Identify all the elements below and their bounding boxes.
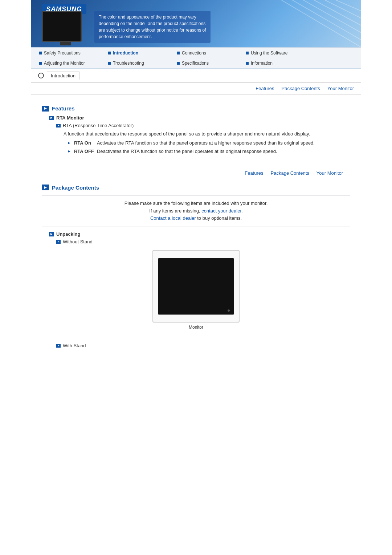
arrow-right-icon: ► (67, 140, 71, 146)
tab-package-contents-2[interactable]: Package Contents (271, 170, 309, 176)
unpacking-heading: Unpacking (49, 231, 350, 237)
without-stand-icon (56, 240, 61, 244)
monitor-power-dot (228, 309, 230, 312)
breadcrumb-circle-icon (38, 73, 44, 78)
monitor-screen (158, 258, 234, 315)
nav-bullet-icon (108, 52, 111, 54)
nav-using-software[interactable]: Using the Software (241, 49, 310, 57)
monitor-image-label: Monitor (189, 325, 203, 330)
with-stand-icon (56, 344, 61, 348)
svg-line-3 (314, 0, 361, 25)
rta-on-item: ► RTA On Activates the RTA function so t… (67, 140, 350, 146)
contact-local-dealer-link[interactable]: Contact a local dealer (150, 215, 196, 221)
nav-bullet-icon (246, 52, 249, 54)
breadcrumb: Introduction (31, 69, 361, 83)
section-tabs-bar-2: Features Package Contents Your Monitor (42, 167, 350, 179)
nav-row-1: Safety Precautions Introduction Connecti… (31, 48, 361, 58)
with-stand-heading: With Stand (56, 343, 350, 348)
svg-line-0 (281, 0, 361, 47)
features-section: Features RTA Monitor RTA (Response Time … (42, 105, 350, 155)
nav-connections[interactable]: Connections (172, 49, 241, 57)
arrow-right-icon: ► (67, 149, 71, 154)
nav-adjusting-monitor[interactable]: Adjusting the Monitor (34, 60, 103, 67)
contact-dealer-link[interactable]: contact your dealer (201, 208, 241, 214)
package-info-box: Please make sure the following items are… (42, 195, 350, 227)
rta-sub-icon (56, 124, 61, 127)
nav-bullet-icon (246, 62, 249, 65)
nav-safety-precautions[interactable]: Safety Precautions (34, 49, 103, 57)
tab-your-monitor[interactable]: Your Monitor (327, 86, 354, 91)
nav-row-2: Adjusting the Monitor Troubleshooting Sp… (31, 58, 361, 68)
rta-monitor-icon (49, 116, 54, 120)
features-heading-icon (42, 106, 49, 112)
monitor-image-container: Monitor (42, 250, 350, 330)
tab-package-contents[interactable]: Package Contents (282, 86, 320, 91)
navigation-bar: Safety Precautions Introduction Connecti… (31, 47, 361, 69)
header-decoration (270, 0, 361, 47)
nav-bullet-icon (108, 62, 111, 65)
tab-features[interactable]: Features (256, 86, 274, 91)
package-heading-icon (42, 185, 49, 190)
header-description: The color and appearance of the product … (94, 11, 211, 43)
breadcrumb-tab[interactable]: Introduction (47, 72, 79, 80)
main-content: Features RTA Monitor RTA (Response Time … (31, 94, 361, 355)
rta-description: A function that accelerates the response… (64, 130, 350, 138)
nav-bullet-icon (39, 62, 42, 65)
svg-line-5 (336, 0, 361, 11)
nav-information[interactable]: Information (241, 60, 310, 67)
without-stand-heading: Without Stand (56, 239, 350, 244)
section-tabs-bar: Features Package Contents Your Monitor (31, 83, 361, 94)
rta-monitor-heading: RTA Monitor (49, 115, 350, 121)
rta-sub-heading: RTA (Response Time Accelerator) (56, 123, 350, 128)
tab-your-monitor-2[interactable]: Your Monitor (317, 170, 343, 176)
unpacking-icon (49, 232, 54, 236)
svg-line-2 (303, 0, 361, 33)
nav-specifications[interactable]: Specifications (172, 60, 241, 67)
package-contents-heading: Package Contents (42, 185, 350, 191)
nav-bullet-icon (177, 62, 180, 65)
header-banner: SAMSUNG The color and appearance of the … (31, 0, 361, 47)
package-contents-section: Package Contents Please make sure the fo… (42, 185, 350, 348)
nav-bullet-icon (177, 52, 180, 54)
header-monitor-image (42, 11, 89, 47)
rta-off-item: ► RTA OFF Deactivates the RTA function s… (67, 148, 350, 155)
nav-bullet-icon (39, 52, 42, 54)
nav-introduction[interactable]: Introduction (103, 49, 172, 57)
nav-troubleshooting[interactable]: Troubleshooting (103, 60, 172, 67)
features-heading: Features (42, 105, 350, 112)
monitor-outer-box (152, 250, 240, 323)
tab-features-2[interactable]: Features (245, 170, 263, 176)
